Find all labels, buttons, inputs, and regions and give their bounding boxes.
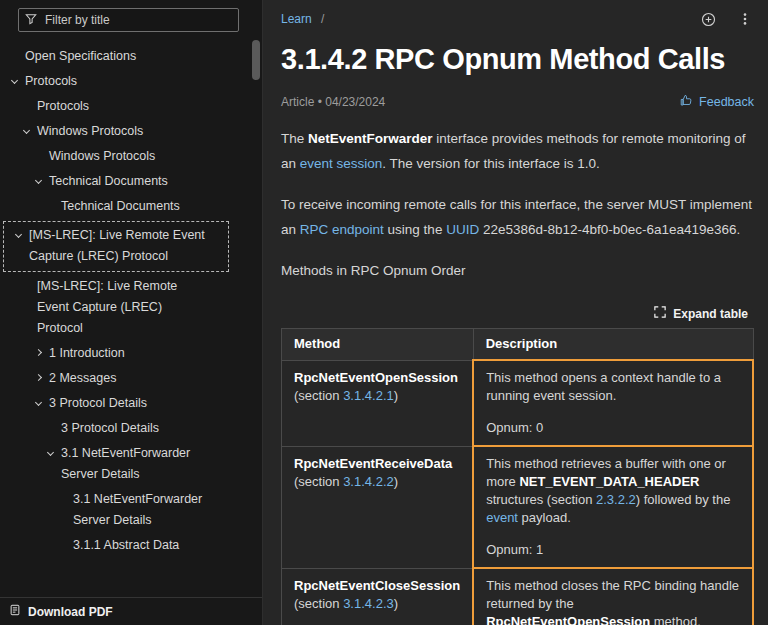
methods-order-line: Methods in RPC Opnum Order (281, 258, 754, 283)
chevron-right-icon[interactable] (35, 349, 42, 356)
sidebar-item-label: Protocols (25, 71, 77, 92)
article-meta-row: Article • 04/23/2024 Feedback (281, 94, 754, 110)
rpc-endpoint-link[interactable]: RPC endpoint (300, 222, 384, 237)
sidebar-item[interactable]: 3 Protocol Details (0, 416, 262, 441)
sidebar-item[interactable]: Technical Documents (0, 169, 262, 194)
description-text: This method closes the RPC binding handl… (486, 577, 740, 625)
breadcrumb-link-learn[interactable]: Learn (281, 12, 312, 26)
download-pdf-button[interactable]: Download PDF (0, 597, 262, 625)
sidebar-item[interactable]: 2 Messages (0, 366, 262, 391)
sidebar-item-label: Open Specifications (25, 46, 136, 67)
text-segment: This method opens a context handle to a … (486, 370, 721, 403)
filter-input[interactable] (43, 12, 232, 28)
sidebar-item[interactable]: Windows Protocols (0, 119, 262, 144)
text-segment: The (281, 131, 308, 146)
chevron-down-icon[interactable] (47, 449, 54, 456)
bold-text: NET_EVENT_DATA_HEADER (519, 474, 699, 489)
column-header-description: Description (473, 329, 753, 361)
method-cell: RpcNetEventReceiveData (section 3.1.4.2.… (282, 446, 474, 568)
sidebar-item-label: 3.1 NetEventForwarder Server Details (61, 443, 206, 485)
sidebar-item-label: Windows Protocols (49, 146, 155, 167)
sidebar-item[interactable]: Protocols (0, 69, 262, 94)
download-pdf-label: Download PDF (28, 605, 113, 619)
sidebar-item[interactable]: 1 Introduction (0, 341, 262, 366)
sidebar-item[interactable]: 3.1.1 Abstract Data (0, 533, 262, 558)
chevron-down-icon[interactable] (23, 127, 30, 134)
section-3-1-4-2-3-link[interactable]: 3.1.4.2.3 (343, 596, 394, 611)
sidebar-item-label: 3.1.1 Abstract Data (73, 535, 179, 556)
text-segment: method. (650, 614, 701, 625)
section-2-3-2-2-link[interactable]: 2.3.2.2 (596, 492, 636, 507)
text-segment: ) followed by the (636, 492, 731, 507)
table-toolbar: Expand table (281, 305, 754, 322)
scrollbar-thumb[interactable] (252, 40, 260, 80)
section-3-1-4-2-2-link[interactable]: 3.1.4.2.2 (343, 474, 394, 489)
event-session-link[interactable]: event session (300, 156, 383, 171)
text-segment: ) (394, 388, 398, 403)
main-content: Learn / 3.1.4.2 RPC Opnum Method Calls A… (263, 0, 768, 625)
section-3-1-4-2-1-link[interactable]: 3.1.4.2.1 (343, 388, 394, 403)
expand-icon (654, 306, 666, 321)
pdf-document-icon (9, 604, 21, 619)
sidebar-item-label: Windows Protocols (37, 121, 143, 142)
sidebar: Open SpecificationsProtocolsProtocolsWin… (0, 0, 263, 625)
uuid-link[interactable]: UUID (446, 222, 479, 237)
text-segment: 22e5386d-8b12-4bf0-b0ec-6a1ea419e366. (479, 222, 740, 237)
page-title: 3.1.4.2 RPC Opnum Method Calls (281, 40, 754, 78)
sidebar-item[interactable]: Technical Documents (0, 194, 262, 219)
topbar: Learn / (281, 8, 754, 30)
text-segment: ) (394, 596, 398, 611)
event-link[interactable]: event (486, 510, 518, 525)
sidebar-item-label: 1 Introduction (49, 343, 125, 364)
chevron-down-icon[interactable] (11, 77, 18, 84)
sidebar-item-label: 2 Messages (49, 368, 116, 389)
chevron-down-icon[interactable] (35, 399, 42, 406)
intro-paragraph: The NetEventForwarder interface provides… (281, 126, 754, 176)
table-row: RpcNetEventReceiveData (section 3.1.4.2.… (282, 446, 754, 568)
text-segment: (section (294, 596, 343, 611)
text-segment: using the (384, 222, 446, 237)
column-header-method: Method (282, 329, 474, 361)
sidebar-item-label: 3 Protocol Details (61, 418, 159, 439)
breadcrumb-separator: / (321, 12, 324, 26)
description-text: This method retrieves a buffer with one … (486, 455, 740, 527)
sidebar-item[interactable]: 3 Protocol Details (0, 391, 262, 416)
sidebar-item-label: Technical Documents (61, 196, 180, 217)
thumbs-up-icon (680, 94, 693, 110)
chevron-down-icon[interactable] (35, 177, 42, 184)
add-to-collection-button[interactable] (699, 10, 718, 29)
text-segment: This method closes the RPC binding handl… (486, 578, 739, 611)
filter-box (18, 8, 239, 32)
chevron-down-icon[interactable] (15, 231, 22, 238)
app-window: Open SpecificationsProtocolsProtocolsWin… (0, 0, 768, 625)
sidebar-item-label: Technical Documents (49, 171, 168, 192)
text-segment: (section (294, 474, 343, 489)
expand-table-button[interactable]: Expand table (648, 305, 754, 322)
rpc-paragraph: To receive incoming remote calls for thi… (281, 192, 754, 242)
sidebar-item[interactable]: Open Specifications (0, 44, 262, 69)
method-name: RpcNetEventCloseSession (294, 577, 460, 595)
bold-text: RpcNetEventOpenSession (486, 614, 650, 625)
sidebar-item[interactable]: [MS-LREC]: Live Remote Event Capture (LR… (4, 222, 228, 271)
more-actions-button[interactable] (736, 10, 754, 28)
sidebar-item[interactable]: Protocols (0, 94, 262, 119)
opnum-label: Opnum: 0 (486, 419, 740, 437)
table-header-row: Method Description (282, 329, 754, 361)
methods-table: Method Description RpcNetEventOpenSessio… (281, 328, 754, 625)
sidebar-item[interactable]: 3.1 NetEventForwarder Server Details (0, 487, 262, 533)
text-segment: payload. (518, 510, 571, 525)
feedback-link[interactable]: Feedback (680, 94, 754, 110)
sidebar-item[interactable]: [MS-LREC]: Live Remote Event Capture (LR… (0, 274, 262, 341)
description-text: This method opens a context handle to a … (486, 369, 740, 405)
method-name: RpcNetEventOpenSession (294, 369, 460, 387)
description-cell: This method opens a context handle to a … (473, 360, 753, 446)
expand-table-label: Expand table (673, 307, 748, 321)
table-row: RpcNetEventCloseSession (section 3.1.4.2… (282, 568, 754, 625)
sidebar-item-label: [MS-LREC]: Live Remote Event Capture (LR… (37, 276, 206, 339)
sidebar-item[interactable]: 3.1 NetEventForwarder Server Details (0, 441, 262, 487)
sidebar-item[interactable]: Windows Protocols (0, 144, 262, 169)
sidebar-scrollbar[interactable] (252, 38, 261, 595)
chevron-right-icon[interactable] (35, 374, 42, 381)
section-reference: (section 3.1.4.2.2) (294, 473, 460, 491)
text-segment: (section (294, 388, 343, 403)
